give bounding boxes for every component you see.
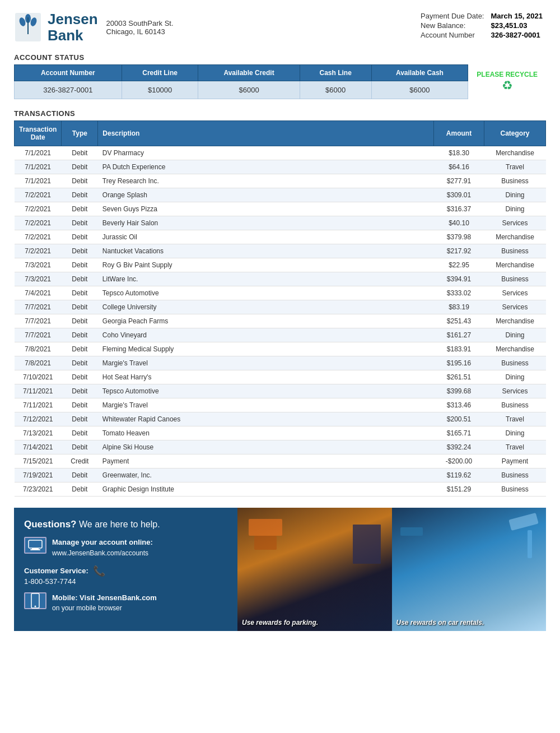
- footer: Questions? We are here to help. Manage y…: [14, 508, 546, 631]
- table-row: 7/2/2021DebitOrange Splash$309.01Dining: [15, 188, 546, 202]
- cell-23-0: 7/19/2021: [15, 468, 62, 483]
- col-available-cash: Available Cash: [371, 65, 468, 81]
- cell-15-4: Business: [484, 356, 546, 370]
- recycle-area: PLEASE RECYCLE ♻: [468, 64, 546, 99]
- page: Jensen Bank 20003 SouthPark St. Chicago,…: [0, 0, 560, 642]
- cell-15-0: 7/8/2021: [15, 356, 62, 370]
- cell-22-1: Credit: [62, 454, 98, 468]
- cell-0-4: Merchandise: [484, 146, 546, 160]
- cell-16-4: Dining: [484, 370, 546, 384]
- table-row: 7/12/2021DebitWhitewater Rapid Canoes$20…: [15, 412, 546, 426]
- cell-2-0: 7/1/2021: [15, 174, 62, 188]
- cell-9-2: LitWare Inc.: [98, 272, 434, 286]
- cell-9-1: Debit: [62, 272, 98, 286]
- cell-3-4: Dining: [484, 188, 546, 202]
- cell-10-2: Tepsco Automotive: [98, 286, 434, 300]
- cell-17-0: 7/11/2021: [15, 384, 62, 398]
- cell-2-2: Trey Research Inc.: [98, 174, 434, 188]
- cell-10-0: 7/4/2021: [15, 286, 62, 300]
- transactions-table: Transaction Date Type Description Amount…: [14, 120, 546, 497]
- table-row: 7/3/2021DebitLitWare Inc.$394.91Business: [15, 272, 546, 286]
- cell-22-4: Payment: [484, 454, 546, 468]
- cell-3-0: 7/2/2021: [15, 188, 62, 202]
- cell-6-2: Jurassic Oil: [98, 230, 434, 244]
- cell-9-3: $394.91: [434, 272, 484, 286]
- table-row: 7/1/2021DebitDV Pharmacy$18.30Merchandis…: [15, 146, 546, 160]
- cell-0-0: 7/1/2021: [15, 146, 62, 160]
- cell-24-3: $151.29: [434, 483, 484, 497]
- cell-21-0: 7/14/2021: [15, 440, 62, 454]
- cell-24-1: Debit: [62, 483, 98, 497]
- account-number-label: Account Number: [417, 30, 487, 40]
- val-credit-line: $10000: [122, 81, 198, 99]
- account-status-wrapper: Account Number Credit Line Available Cre…: [14, 64, 546, 99]
- cell-20-0: 7/13/2021: [15, 426, 62, 440]
- table-row: 7/10/2021DebitHot Seat Harry's$261.51Din…: [15, 370, 546, 384]
- cell-11-0: 7/7/2021: [15, 300, 62, 314]
- table-row: 7/7/2021DebitGeorgia Peach Farms$251.43M…: [15, 314, 546, 328]
- footer-manage-text: Manage your account online: www.JensenBa…: [52, 537, 153, 558]
- cell-17-2: Tepsco Automotive: [98, 384, 434, 398]
- cell-23-1: Debit: [62, 468, 98, 483]
- phone-icon: 📞: [93, 565, 105, 577]
- svg-rect-6: [32, 548, 39, 549]
- account-status-section: ACCOUNT STATUS Account Number Credit Lin…: [14, 53, 546, 99]
- recycle-icon: ♻: [502, 78, 513, 93]
- cell-18-1: Debit: [62, 398, 98, 412]
- table-row: 7/2/2021DebitJurassic Oil$379.98Merchand…: [15, 230, 546, 244]
- payment-due-label: Payment Due Date:: [417, 11, 487, 21]
- cell-24-0: 7/23/2021: [15, 483, 62, 497]
- cell-14-0: 7/8/2021: [15, 342, 62, 356]
- cell-12-2: Georgia Peach Farms: [98, 314, 434, 328]
- cell-5-1: Debit: [62, 216, 98, 230]
- table-row: 7/11/2021DebitMargie's Travel$313.46Busi…: [15, 398, 546, 412]
- cell-21-2: Alpine Ski House: [98, 440, 434, 454]
- mobile-icon: [24, 592, 46, 609]
- col-account-number: Account Number: [15, 65, 122, 81]
- cell-4-4: Dining: [484, 202, 546, 216]
- footer-info: Questions? We are here to help. Manage y…: [14, 508, 237, 631]
- cell-5-2: Beverly Hair Salon: [98, 216, 434, 230]
- cell-6-0: 7/2/2021: [15, 230, 62, 244]
- footer-cs-line: Customer Service: 📞: [24, 565, 227, 577]
- cell-19-0: 7/12/2021: [15, 412, 62, 426]
- table-row: 7/8/2021DebitMargie's Travel$195.16Busin…: [15, 356, 546, 370]
- payment-due-value: March 15, 2021: [487, 11, 546, 21]
- bank-address: 20003 SouthPark St. Chicago, IL 60143: [106, 19, 174, 36]
- cell-20-1: Debit: [62, 426, 98, 440]
- cell-0-1: Debit: [62, 146, 98, 160]
- table-row: 7/3/2021DebitRoy G Biv Paint Supply$22.9…: [15, 258, 546, 272]
- account-table-wrap: Account Number Credit Line Available Cre…: [14, 64, 468, 99]
- header-billing-info: Payment Due Date: March 15, 2021 New Bal…: [417, 11, 546, 40]
- cell-4-2: Seven Guys Pizza: [98, 202, 434, 216]
- recycle-label: PLEASE RECYCLE: [477, 71, 538, 78]
- cell-0-2: DV Pharmacy: [98, 146, 434, 160]
- table-row: 7/15/2021CreditPayment-$200.00Payment: [15, 454, 546, 468]
- table-row: 7/1/2021DebitPA Dutch Experience$64.16Tr…: [15, 160, 546, 174]
- cell-6-4: Merchandise: [484, 230, 546, 244]
- cell-10-1: Debit: [62, 286, 98, 300]
- logo-area: Jensen Bank 20003 SouthPark St. Chicago,…: [14, 11, 174, 43]
- col-available-credit: Available Credit: [198, 65, 300, 81]
- cell-16-3: $261.51: [434, 370, 484, 384]
- cell-7-4: Business: [484, 244, 546, 258]
- cell-7-1: Debit: [62, 244, 98, 258]
- cell-18-0: 7/11/2021: [15, 398, 62, 412]
- svg-rect-4: [27, 17, 29, 34]
- table-row: 7/1/2021DebitTrey Research Inc.$277.91Bu…: [15, 174, 546, 188]
- cell-2-1: Debit: [62, 174, 98, 188]
- cell-18-4: Business: [484, 398, 546, 412]
- footer-questions: Questions? We are here to help.: [24, 519, 227, 530]
- cell-3-3: $309.01: [434, 188, 484, 202]
- svg-rect-7: [30, 549, 40, 550]
- cell-11-2: College University: [98, 300, 434, 314]
- cell-5-0: 7/2/2021: [15, 216, 62, 230]
- cell-5-4: Services: [484, 216, 546, 230]
- promo-car-rentals: Use rewards on car rentals.: [392, 508, 547, 631]
- cell-7-2: Nantucket Vacations: [98, 244, 434, 258]
- cell-17-4: Services: [484, 384, 546, 398]
- cell-18-2: Margie's Travel: [98, 398, 434, 412]
- col-cash-line: Cash Line: [300, 65, 371, 81]
- cell-22-2: Payment: [98, 454, 434, 468]
- promo-parking: Use rewards fo parking.: [237, 508, 392, 631]
